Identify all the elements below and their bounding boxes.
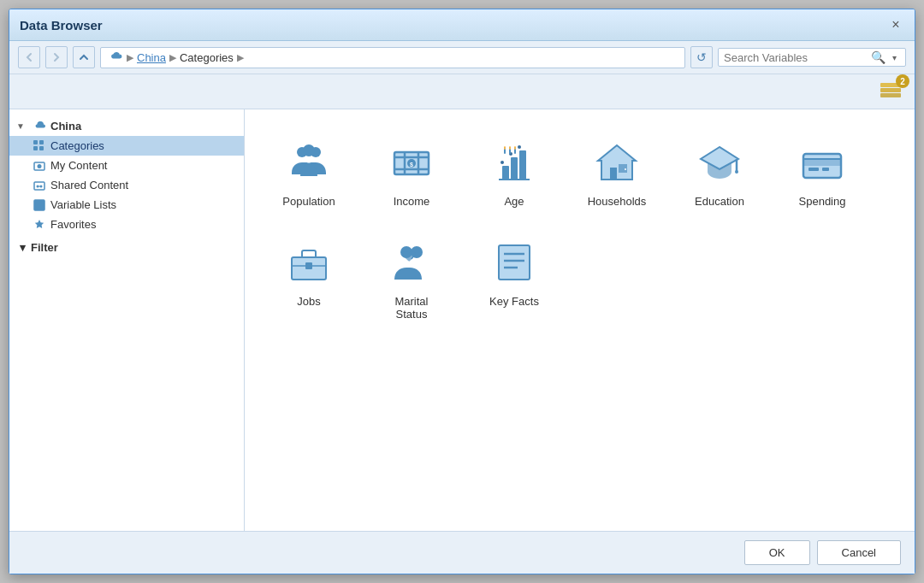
population-icon — [283, 137, 335, 188]
breadcrumb-sep-2: ▶ — [169, 52, 176, 63]
sidebar-item-shared-content[interactable]: Shared Content — [9, 175, 244, 195]
income-icon: $ — [386, 137, 437, 188]
svg-marker-44 — [701, 147, 738, 169]
layers-bar: 2 — [9, 74, 915, 109]
favorites-label: Favorites — [50, 218, 96, 231]
content-area: Population $ — [245, 109, 915, 531]
my-content-label: My Content — [50, 159, 107, 172]
education-label: Education — [695, 195, 744, 208]
svg-rect-57 — [499, 245, 530, 280]
filter-section[interactable]: ▾ Filter — [9, 234, 244, 261]
age-label: Age — [504, 195, 524, 208]
marital-status-icon — [386, 237, 437, 288]
population-label: Population — [282, 195, 335, 208]
filter-toggle-icon: ▾ — [20, 241, 26, 254]
variable-lists-label: Variable Lists — [50, 198, 116, 211]
refresh-button[interactable]: ↺ — [690, 46, 713, 68]
income-label: Income — [394, 195, 430, 208]
category-population[interactable]: Population — [262, 127, 356, 218]
age-icon — [489, 137, 540, 188]
data-browser-dialog: Data Browser × ▶ China ▶ Categories ▶ ↺ … — [9, 9, 915, 574]
category-income[interactable]: $ Income — [364, 127, 459, 218]
svg-point-38 — [509, 146, 511, 150]
search-box: 🔍 ▾ — [718, 48, 906, 67]
breadcrumb-china[interactable]: China — [137, 51, 166, 64]
svg-point-37 — [504, 146, 506, 150]
svg-rect-29 — [519, 150, 526, 180]
filter-label: Filter — [31, 241, 58, 254]
category-jobs[interactable]: Jobs — [262, 227, 356, 331]
cloud-icon — [108, 50, 123, 65]
categories-grid: Population $ — [262, 127, 897, 331]
svg-rect-6 — [39, 146, 44, 150]
svg-rect-50 — [822, 168, 829, 171]
toolbar: ▶ China ▶ Categories ▶ ↺ 🔍 ▾ — [9, 41, 915, 74]
search-input[interactable] — [724, 51, 868, 64]
categories-label: Categories — [50, 139, 104, 152]
svg-rect-28 — [511, 157, 518, 180]
shared-content-label: Shared Content — [50, 179, 128, 191]
households-label: Households — [588, 195, 647, 208]
spending-icon — [797, 137, 848, 188]
key-facts-label: Key Facts — [489, 295, 539, 308]
svg-rect-0 — [880, 93, 901, 97]
main-area: ▼ China Categories My C — [9, 109, 915, 531]
forward-button[interactable] — [45, 46, 68, 68]
svg-rect-4 — [39, 140, 44, 144]
svg-text:$: $ — [410, 162, 413, 168]
category-marital-status[interactable]: Marital Status — [364, 227, 459, 331]
spending-label: Spending — [799, 195, 846, 208]
search-button[interactable]: 🔍 — [871, 50, 886, 64]
svg-rect-49 — [808, 168, 819, 171]
category-education[interactable]: Education — [672, 127, 767, 218]
svg-point-8 — [38, 164, 42, 168]
title-bar: Data Browser × — [9, 9, 915, 41]
back-button[interactable] — [18, 46, 40, 68]
svg-rect-1 — [880, 88, 901, 92]
close-button[interactable]: × — [887, 16, 904, 33]
category-households[interactable]: Households — [570, 127, 664, 218]
up-button[interactable] — [73, 46, 95, 68]
tree-toggle-china: ▼ — [16, 121, 27, 131]
svg-rect-42 — [619, 164, 627, 173]
ok-button[interactable]: OK — [744, 540, 810, 565]
china-label: China — [50, 120, 81, 132]
svg-point-46 — [735, 170, 738, 174]
sidebar-item-china[interactable]: ▼ China — [9, 116, 244, 136]
footer: OK Cancel — [9, 531, 915, 574]
key-facts-icon — [489, 237, 540, 288]
jobs-label: Jobs — [297, 295, 320, 308]
marital-status-label: Marital Status — [394, 295, 428, 321]
svg-rect-3 — [33, 140, 38, 144]
search-dropdown-button[interactable]: ▾ — [889, 50, 900, 64]
jobs-icon — [283, 237, 335, 288]
dialog-title: Data Browser — [20, 18, 103, 32]
sidebar: ▼ China Categories My C — [9, 109, 245, 531]
sidebar-item-categories[interactable]: Categories — [9, 136, 244, 156]
sidebar-item-variable-lists[interactable]: Variable Lists — [9, 195, 244, 215]
svg-point-31 — [500, 161, 504, 164]
svg-point-39 — [514, 146, 516, 150]
breadcrumb-categories: Categories — [180, 51, 234, 64]
breadcrumb: ▶ China ▶ Categories ▶ — [100, 47, 685, 68]
svg-point-19 — [303, 144, 315, 156]
svg-rect-54 — [305, 262, 312, 269]
breadcrumb-sep-1: ▶ — [127, 52, 133, 63]
svg-rect-48 — [803, 159, 841, 166]
education-icon — [694, 137, 745, 188]
cancel-button[interactable]: Cancel — [817, 540, 901, 565]
svg-rect-41 — [610, 168, 617, 180]
breadcrumb-sep-3: ▶ — [237, 52, 244, 63]
svg-point-43 — [625, 168, 626, 170]
category-age[interactable]: Age — [467, 127, 561, 218]
category-spending[interactable]: Spending — [775, 127, 869, 218]
layers-button[interactable]: 2 — [879, 78, 906, 105]
sidebar-item-favorites[interactable]: Favorites — [9, 215, 244, 234]
svg-rect-27 — [502, 166, 509, 180]
sidebar-item-my-content[interactable]: My Content — [9, 156, 244, 175]
layers-badge: 2 — [896, 74, 909, 88]
households-icon — [591, 137, 643, 188]
svg-point-33 — [518, 145, 521, 149]
svg-rect-5 — [33, 146, 38, 150]
category-key-facts[interactable]: Key Facts — [467, 227, 561, 331]
